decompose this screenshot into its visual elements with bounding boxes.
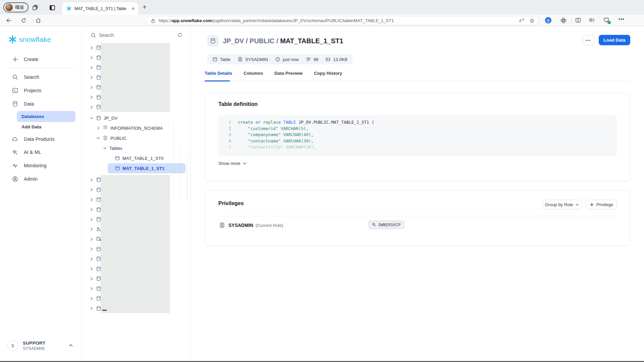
chevron-right-icon[interactable]: [89, 296, 94, 301]
tree-node-jp-dv[interactable]: JP_DV: [89, 113, 117, 123]
tree-row-redacted[interactable]: [82, 73, 191, 83]
chevron-right-icon[interactable]: [89, 85, 94, 90]
chevron-right-icon[interactable]: [89, 55, 94, 60]
tab-close-icon[interactable]: ✕: [131, 6, 135, 11]
new-tab-button[interactable]: +: [143, 3, 147, 11]
chevron-right-icon[interactable]: [89, 65, 94, 70]
tab-table-details[interactable]: Table Details: [205, 71, 232, 80]
tree-row-redacted[interactable]: [82, 82, 191, 93]
active-tab-underline: [205, 80, 230, 81]
tab-data-preview[interactable]: Data Preview: [274, 71, 303, 80]
chevron-right-icon[interactable]: [89, 266, 94, 271]
sidebar-item-search[interactable]: Search: [0, 72, 82, 82]
load-data-button[interactable]: Load Data: [599, 35, 630, 45]
chevron-right-icon[interactable]: [89, 247, 94, 251]
chevron-right-icon[interactable]: [89, 46, 94, 50]
tree-node-public[interactable]: PUBLIC: [96, 133, 126, 143]
chevron-right-icon[interactable]: [89, 306, 94, 311]
chevron-right-icon[interactable]: [89, 207, 94, 212]
tree-node-mat-table-1-st1[interactable]: MAT_TABLE_1_ST1: [108, 163, 185, 173]
tree-search-input[interactable]: Search: [82, 30, 191, 41]
tree-row-redacted[interactable]: [82, 195, 191, 205]
tab-copy-history[interactable]: Copy History: [314, 71, 342, 80]
back-icon[interactable]: [5, 16, 13, 24]
show-more-button[interactable]: Show more: [218, 161, 247, 166]
sidebar-item-create[interactable]: Create: [0, 54, 82, 65]
tree-row-redacted[interactable]: [82, 63, 191, 73]
chevron-down-icon[interactable]: [89, 116, 94, 120]
chevron-down-icon[interactable]: [103, 146, 107, 150]
more-actions-button[interactable]: •••: [582, 35, 595, 45]
support-account-button[interactable]: S SUPPORT SYSADMIN: [0, 337, 82, 355]
tree-node-information-schema[interactable]: INFORMATION_SCHEMA: [96, 123, 163, 133]
browser-menu-icon[interactable]: •••: [619, 16, 625, 22]
sql-code-block[interactable]: 1create or replace TABLE JP_DV.PUBLIC.MA…: [218, 115, 617, 156]
browser-tab[interactable]: MAT_TABLE_1_ST1 | Table ✕: [62, 2, 138, 15]
tree-row-redacted[interactable]: [82, 53, 191, 63]
sidebar-item-ai-ml[interactable]: AI & ML: [0, 147, 82, 158]
tree-row-redacted[interactable]: [82, 254, 191, 264]
workspaces-icon[interactable]: [32, 4, 39, 11]
sidebar-item-data[interactable]: Data: [0, 99, 82, 109]
tree-node-tables[interactable]: Tables: [103, 143, 122, 153]
tree-refresh-icon[interactable]: [177, 30, 183, 41]
refresh-icon[interactable]: [19, 16, 28, 24]
tab-actions-icon[interactable]: [49, 4, 56, 11]
tree-node-mat-table-1-st0[interactable]: MAT_TABLE_1_ST0: [115, 153, 163, 163]
tree-row-redacted[interactable]: [82, 215, 191, 225]
ownership-grant-badge[interactable]: OWNERSHIP: [369, 221, 404, 229]
tree-row-redacted[interactable]: [82, 234, 191, 244]
tree-row-redacted[interactable]: [82, 185, 191, 195]
tree-row-redacted[interactable]: [82, 264, 191, 274]
chevron-right-icon[interactable]: [89, 197, 94, 202]
site-lock-icon[interactable]: [151, 18, 155, 23]
tab-columns[interactable]: Columns: [244, 71, 263, 80]
tree-row-redacted[interactable]: [82, 175, 191, 185]
sidebar-item-admin[interactable]: Admin: [0, 174, 82, 184]
chevron-right-icon[interactable]: [89, 227, 94, 232]
chevron-right-icon[interactable]: [89, 257, 94, 261]
tree-row-redacted[interactable]: [82, 294, 191, 304]
snowflake-logo[interactable]: snowflake: [8, 35, 51, 44]
browser-essentials-icon[interactable]: ✓: [603, 17, 609, 24]
tree-row-redacted[interactable]: [82, 225, 191, 235]
chevron-right-icon[interactable]: [96, 126, 101, 130]
chevron-right-icon[interactable]: [89, 187, 94, 192]
tree-row-redacted[interactable]: [82, 274, 191, 284]
tree-row-redacted[interactable]: [82, 304, 191, 314]
chevron-right-icon[interactable]: [89, 178, 94, 182]
extensions-icon[interactable]: [560, 17, 567, 24]
chevron-right-icon[interactable]: [89, 217, 94, 222]
sidebar-item-projects[interactable]: Projects: [0, 85, 82, 96]
sidebar-item-monitoring[interactable]: Monitoring: [0, 160, 82, 171]
chevron-right-icon[interactable]: [89, 75, 94, 80]
chevron-right-icon[interactable]: [89, 277, 94, 281]
sidebar-item-add-data[interactable]: Add Data: [17, 122, 75, 131]
favorites-bar-icon[interactable]: [588, 17, 595, 23]
sidebar-item-data-products[interactable]: Data Products: [0, 134, 82, 144]
url-text[interactable]: https://app.snowflake.com/jugdhon/cdata_…: [159, 18, 516, 23]
chevron-right-icon[interactable]: [89, 237, 94, 242]
chevron-right-icon[interactable]: [89, 105, 94, 110]
read-aloud-icon[interactable]: A: [519, 18, 524, 23]
tree-row-redacted[interactable]: [82, 102, 191, 112]
home-icon[interactable]: [34, 16, 42, 24]
tree-row-redacted[interactable]: [82, 93, 191, 103]
tree-row-redacted[interactable]: [82, 205, 191, 215]
chevron-right-icon[interactable]: [89, 286, 94, 291]
chevron-down-icon[interactable]: [96, 136, 101, 140]
tree-row-redacted[interactable]: [82, 284, 191, 294]
tree-row-redacted[interactable]: [82, 244, 191, 254]
add-privilege-button[interactable]: Privilege: [586, 200, 617, 209]
tree-row-redacted[interactable]: [82, 43, 191, 53]
sidebar-item-databases[interactable]: Databases: [17, 111, 75, 122]
table-icon: [115, 156, 120, 161]
breadcrumb-path[interactable]: JP_DV / PUBLIC /: [223, 37, 280, 45]
chevron-right-icon[interactable]: [89, 95, 94, 100]
browser-profile-button[interactable]: 職場: [3, 2, 29, 12]
address-bar[interactable]: https://app.snowflake.com/jugdhon/cdata_…: [146, 16, 539, 25]
group-by-role-dropdown[interactable]: Group by Role: [542, 200, 582, 209]
password-manager-icon[interactable]: [545, 17, 551, 23]
favorite-star-icon[interactable]: [529, 18, 535, 23]
split-screen-icon[interactable]: [575, 17, 581, 23]
